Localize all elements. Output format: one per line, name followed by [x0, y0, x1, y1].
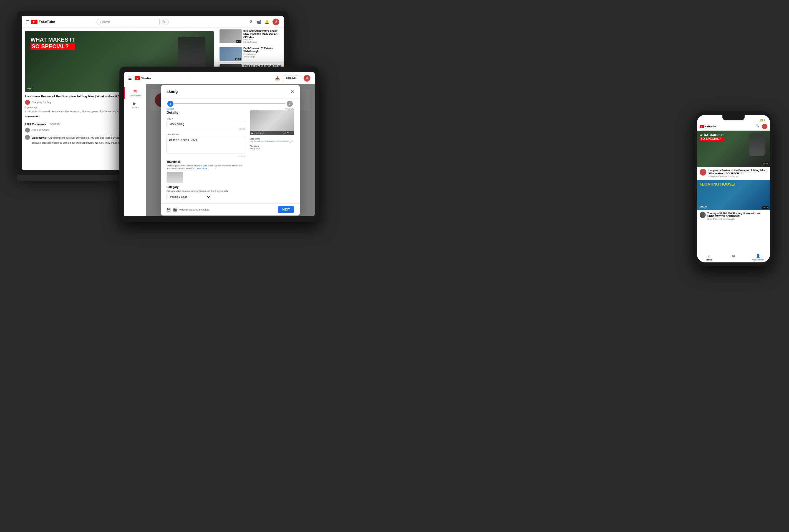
upload-icon[interactable]: 📤	[275, 76, 280, 80]
channel-name[interactable]: Everyday Cycling	[32, 101, 51, 104]
phone-overlay-line2: SO SPECIAL?	[700, 137, 724, 140]
thumb-duration: 8:28	[236, 40, 241, 43]
phone-channel-name-1: Everyday Cycling	[709, 175, 726, 177]
phone-video-1-duration: 17:43	[762, 163, 769, 165]
search-bar: 🔍	[96, 19, 169, 25]
title-input[interactable]	[166, 121, 245, 127]
video-link-section: Video link http://localhost:3000/watch?v…	[250, 137, 294, 142]
phone-overlay-line1: WHAT MAKES IT	[700, 133, 724, 137]
sort-by[interactable]: SORT BY	[50, 123, 60, 126]
preview-controls: ▶ 0:00 / 0:12 🔊 ⛶ ⋮	[250, 131, 294, 135]
sidebar-item-dashboard[interactable]: ⊞ Dashboard	[124, 87, 146, 99]
hamburger-icon[interactable]: ☰	[128, 76, 132, 80]
phone-video-2-title[interactable]: Touring a $4,700,000 Floating House with…	[708, 212, 767, 218]
search-icon[interactable]: 🔍	[755, 124, 759, 129]
fullscreen-icon[interactable]: ⛶	[287, 132, 289, 134]
list-item: 8:28 Intel and Qualcomm's Shady NEW Plan…	[217, 28, 283, 45]
microphone-icon[interactable]: 🎙	[249, 20, 253, 24]
sidebar-video-info: EarthRoamer LTI Exterior Walkthrough Ear…	[243, 47, 281, 61]
phone-video-1-thumb[interactable]: WHAT MAKES IT SO SPECIAL? 17:43	[697, 131, 770, 167]
modal-form: Details Title * 12/100	[166, 110, 245, 200]
studio-main: 👤 Your channel Jacek Kolowsze skiing	[146, 84, 315, 216]
list-item: 15:36 EarthRoamer LTI Exterior Walkthrou…	[217, 45, 283, 63]
learn-more-link[interactable]: Learn more	[196, 167, 207, 170]
phone-bottom-nav: ⌂ Home ⊕ 👤 Your Channel	[697, 252, 770, 262]
bell-icon[interactable]: 🔔	[264, 20, 269, 24]
create-button[interactable]: CREATE	[283, 75, 300, 81]
phone-nav-create[interactable]: ⊕	[721, 254, 746, 261]
play-icon[interactable]: ▶	[252, 132, 253, 134]
user-avatar[interactable]: U	[273, 19, 279, 25]
studio-body: ⊞ Dashboard ▶ Content 👤 Your channel	[124, 84, 315, 216]
desc-group: Description Winter Break 2021 17/5000	[166, 133, 245, 157]
volume-icon[interactable]: 🔊	[283, 132, 286, 134]
commenter-name: Siggy Nowak	[32, 136, 47, 139]
phone-nav-home[interactable]: ⌂ Home	[697, 254, 721, 261]
next-button[interactable]: NEXT	[278, 206, 294, 213]
video-icon[interactable]: 🎬	[173, 208, 177, 212]
header-icons: 🎙 📹 🔔 U	[249, 19, 279, 25]
phone-video-2-duration: 13:19	[762, 206, 769, 209]
phone-video-2-overlay: FLOATING HOUSE!	[700, 182, 735, 186]
footer-icons: 💾 🎬	[166, 208, 177, 212]
phone-nav-channel[interactable]: 👤 Your Channel	[746, 254, 770, 261]
phone-video-1-info: Long-term Review of the Brompton folding…	[697, 167, 770, 180]
title-group: Title * 12/100	[166, 117, 245, 130]
comments-count: 2881 Comments	[25, 123, 47, 126]
desc-char-count: 17/5000	[166, 155, 245, 157]
channel-icon: 👤	[756, 254, 760, 258]
sidebar-item-label: Content	[131, 106, 139, 109]
phone-channel-avatar-1	[700, 169, 706, 175]
home-icon: ⌂	[708, 254, 710, 258]
commenter-avatar	[25, 135, 30, 140]
filename-label: Filename	[250, 145, 294, 147]
phone-video-overlay: WHAT MAKES IT SO SPECIAL?	[700, 133, 724, 140]
phone-bag-graphic	[749, 133, 765, 156]
sidebar-item-content[interactable]: ▶ Content	[124, 99, 146, 111]
studio-sidebar: ⊞ Dashboard ▶ Content	[124, 84, 146, 216]
video-overlay: WHAT MAKES IT SO SPECIAL?	[31, 37, 75, 50]
youtube-logo-icon: ▶	[31, 20, 37, 24]
overlay-line2: SO SPECIAL?	[31, 43, 75, 50]
video-link-url[interactable]: http://localhost:3000/watch?v=fCBd9NLr_L…	[250, 140, 294, 142]
sidebar-item-label: Dashboard	[130, 94, 141, 97]
phone-avatar[interactable]: U	[762, 124, 767, 129]
phone-device: 📶🔋 ▶ FakeTube 🔍 U WHAT MAKES IT	[695, 111, 772, 266]
show-more-button[interactable]: Show more	[25, 115, 39, 118]
video-camera-icon[interactable]: 📹	[256, 20, 261, 24]
search-input[interactable]	[96, 19, 159, 25]
section-title: Details	[166, 110, 245, 115]
thumbnail-image[interactable]	[166, 172, 183, 183]
sidebar-channel: Max Tech	[243, 38, 281, 41]
youtube-logo: ☰ ▶ FakeTube	[26, 20, 55, 24]
video-preview-box: ▶ 0:00 / 0:12 🔊 ⛶ ⋮	[250, 110, 294, 135]
video-timer: 0:00	[27, 87, 32, 90]
phone-header-icons: 🔍 U	[755, 124, 767, 129]
sidebar-thumbnail: 8:28	[220, 30, 242, 43]
phone-video-2-location: DUBAI	[700, 206, 707, 208]
more-icon[interactable]: ⋮	[290, 132, 293, 134]
save-icon[interactable]: 💾	[166, 208, 171, 212]
phone-video-2-thumb[interactable]: FLOATING HOUSE! DUBAI 13:19	[697, 180, 770, 210]
desc-textarea[interactable]: Winter Break 2021	[166, 137, 245, 153]
phone-video-2-text: FLOATING HOUSE!	[700, 182, 735, 186]
hamburger-icon[interactable]: ☰	[26, 20, 30, 24]
sidebar-title[interactable]: EarthRoamer LTI Exterior Walkthrough	[243, 47, 281, 53]
create-icon: ⊕	[732, 254, 735, 258]
sidebar-title[interactable]: Intel and Qualcomm's Shady NEW Plans to …	[243, 30, 281, 38]
user-avatar[interactable]: U	[304, 75, 310, 81]
search-button[interactable]: 🔍	[159, 19, 169, 25]
phone-body: 📶🔋 ▶ FakeTube 🔍 U WHAT MAKES IT	[695, 111, 772, 266]
content-icon: ▶	[133, 101, 136, 106]
step-1-circle: 1	[167, 101, 173, 107]
title-char-count: 12/100	[166, 128, 245, 130]
modal-footer: 💾 🎬 Video processing complete NEXT	[161, 203, 300, 215]
sidebar-meta: 2 years ago	[243, 56, 281, 58]
modal-close-button[interactable]: ✕	[291, 89, 294, 94]
modal-header: skiing ✕	[161, 85, 300, 98]
category-select[interactable]: People & Blogs	[166, 194, 211, 200]
sidebar-video-info: Intel and Qualcomm's Shady NEW Plans to …	[243, 30, 281, 43]
phone-channel-avatar-2	[700, 212, 706, 218]
category-desc: Add your video to a category so viewers …	[166, 190, 245, 192]
phone-video-1-title[interactable]: Long-term Review of the Brompton folding…	[709, 169, 767, 175]
